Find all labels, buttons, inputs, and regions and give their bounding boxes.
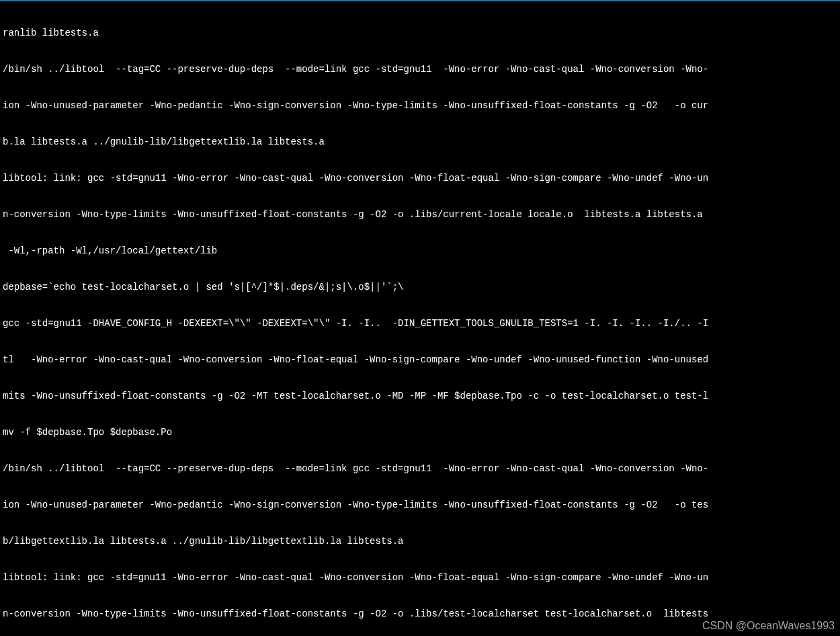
output-line: ranlib libtests.a [3,27,837,39]
output-line: libtool: link: gcc -std=gnu11 -Wno-error… [3,571,837,584]
output-line: /bin/sh ../libtool --tag=CC --preserve-d… [3,63,837,75]
output-line: mv -f $depbase.Tpo $depbase.Po [3,426,837,438]
output-line: n-conversion -Wno-type-limits -Wno-unsuf… [3,208,837,221]
output-line: mits -Wno-unsuffixed-float-constants -g … [3,390,837,402]
output-line: depbase=`echo test-localcharset.o | sed … [3,281,837,293]
output-line: gcc -std=gnu11 -DHAVE_CONFIG_H -DEXEEXT=… [3,317,837,329]
output-line: ion -Wno-unused-parameter -Wno-pedantic … [3,100,837,112]
terminal-output[interactable]: ranlib libtests.a /bin/sh ../libtool --t… [0,1,840,636]
output-line: n-conversion -Wno-type-limits -Wno-unsuf… [3,608,837,620]
output-line: b/libgettextlib.la libtests.a ../gnulib-… [3,535,837,547]
output-line: b.la libtests.a ../gnulib-lib/libgettext… [3,136,837,148]
output-line: -Wl,-rpath -Wl,/usr/local/gettext/lib [3,245,837,257]
output-line: /bin/sh ../libtool --tag=CC --preserve-d… [3,463,837,475]
output-line: tl -Wno-error -Wno-cast-qual -Wno-conver… [3,354,837,366]
output-line: libtool: link: gcc -std=gnu11 -Wno-error… [3,172,837,184]
output-line: ion -Wno-unused-parameter -Wno-pedantic … [3,499,837,511]
